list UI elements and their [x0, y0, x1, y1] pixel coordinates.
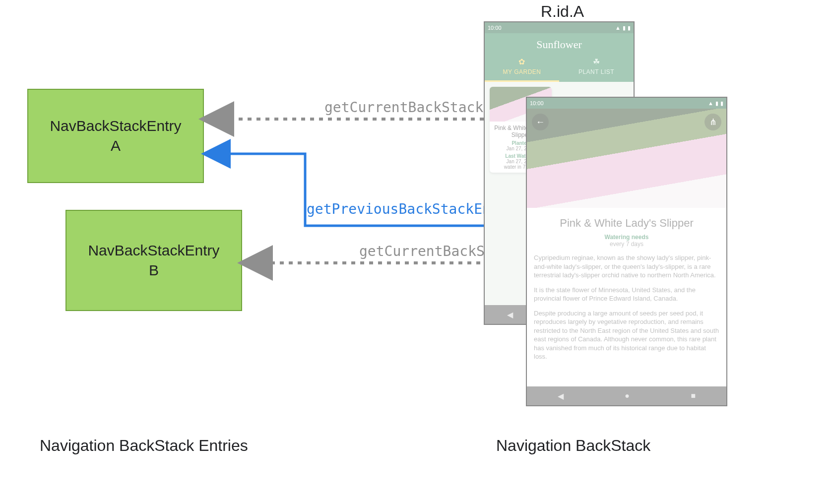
phone-screen-b: 10:00 ▲ ▮ ▮ ← ⋔ Pink & White Lady's Slip…	[526, 97, 727, 406]
phone-a-appbar-title: Sunflower	[485, 33, 634, 54]
plant-detail-title: Pink & White Lady's Slipper	[534, 217, 719, 230]
caption-nav-backstack: Navigation BackStack	[496, 437, 650, 455]
nav-home-icon[interactable]: ●	[625, 391, 630, 400]
share-button[interactable]: ⋔	[705, 114, 721, 130]
navbackstackentry-b-box: NavBackStackEntry B	[65, 210, 242, 311]
plant-description-p2: It is the state flower of Minnesota, Uni…	[534, 286, 719, 303]
plant-description-p1: Cypripedium reginae, known as the showy …	[534, 253, 719, 280]
wifi-icon: ▲	[708, 100, 713, 106]
nav-recent-icon[interactable]: ■	[691, 391, 696, 400]
tab-my-garden[interactable]: ✿ MY GARDEN	[485, 54, 559, 82]
label-r-id-a: R.id.A	[541, 2, 584, 21]
box-a-line1: NavBackStackEntry	[50, 116, 181, 136]
signal-icon: ▮	[715, 100, 718, 107]
phone-a-statusbar: 10:00 ▲ ▮ ▮	[485, 22, 634, 33]
phone-b-navbar: ◀ ● ■	[527, 386, 726, 405]
phone-b-statusbar: 10:00 ▲ ▮ ▮	[527, 98, 726, 109]
share-icon: ⋔	[709, 117, 717, 127]
nav-back-icon[interactable]: ◀	[507, 310, 513, 319]
plant-hero-image: ← ⋔	[527, 109, 726, 208]
leaf-icon: ☘	[593, 57, 600, 66]
wifi-icon: ▲	[615, 25, 621, 31]
watering-needs-label: Watering needs	[534, 234, 719, 241]
flower-icon: ✿	[518, 57, 525, 66]
back-button[interactable]: ←	[532, 114, 549, 130]
navbackstackentry-a-box: NavBackStackEntry A	[27, 89, 204, 183]
phone-a-time: 10:00	[488, 25, 502, 31]
watering-needs-value: every 7 days	[534, 241, 719, 248]
diagram-canvas: R.id.A R.id.B NavBackStackEntry A NavBac…	[0, 0, 833, 504]
box-a-line2: A	[111, 136, 121, 156]
signal-icon: ▮	[623, 25, 626, 31]
box-b-line2: B	[149, 260, 159, 281]
tab-plant-list[interactable]: ☘ PLANT LIST	[559, 54, 634, 82]
caption-nav-entries: Navigation BackStack Entries	[40, 437, 248, 455]
arrow-left-icon: ←	[536, 117, 545, 127]
box-b-line1: NavBackStackEntry	[88, 241, 219, 261]
plant-description-p3: Despite producing a large amount of seed…	[534, 309, 719, 361]
battery-icon: ▮	[720, 100, 723, 107]
phone-b-time: 10:00	[530, 100, 544, 106]
nav-back-icon[interactable]: ◀	[558, 391, 564, 401]
battery-icon: ▮	[628, 25, 631, 31]
phone-a-tabs: ✿ MY GARDEN ☘ PLANT LIST	[485, 54, 634, 82]
